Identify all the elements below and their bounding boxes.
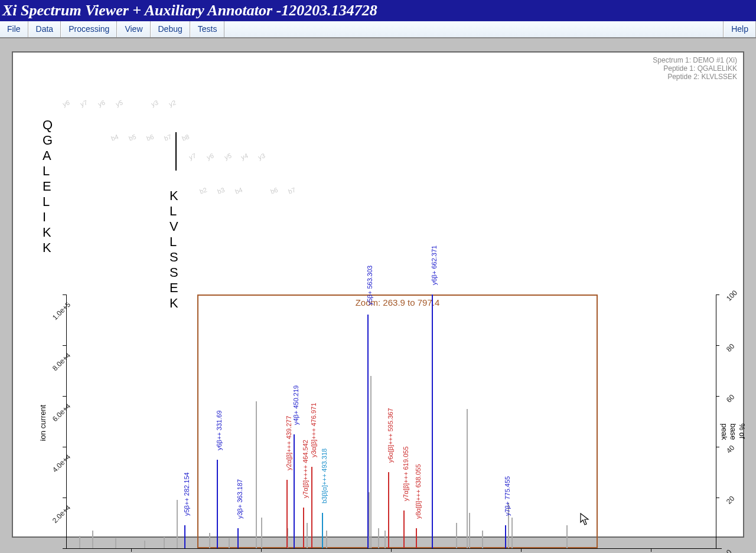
y-tick-right-label: 80 <box>725 342 736 354</box>
y-tick-left <box>63 345 66 346</box>
frag-b: b6 <box>269 186 279 195</box>
menu-processing[interactable]: Processing <box>61 21 117 37</box>
window-title: Xi Spectrum Viewer + Auxiliary Annotator… <box>0 0 756 21</box>
y-tick-left-label: 1.0e+5 <box>51 300 72 322</box>
frag-b: b3 <box>216 186 226 195</box>
frag-b: b5 <box>128 133 137 142</box>
y-tick-left-label: 2.0e+4 <box>51 503 72 525</box>
frag-y: y5 <box>115 99 123 107</box>
frag-y: y6 <box>97 99 106 107</box>
y-tick-right <box>716 498 719 498</box>
y-tick-left-label: 6.0e+4 <box>51 402 72 423</box>
y-tick-left-label: 8.0e+4 <box>51 351 72 372</box>
menu-help[interactable]: Help <box>724 21 756 37</box>
y-tick-right-label: 40 <box>725 444 736 455</box>
frag-y: y6 <box>206 152 214 161</box>
frag-b: b8 <box>181 133 190 142</box>
y-tick-right-label: 0 <box>725 548 734 553</box>
y-tick-left <box>63 548 66 549</box>
frag-y: y2 <box>168 99 177 107</box>
spectrum-plot[interactable]: m/z ion current % of base peak Zoom: 263… <box>31 241 739 553</box>
frag-b: b7 <box>287 186 296 195</box>
frag-y: y3 <box>257 152 266 161</box>
cursor-icon <box>580 513 589 526</box>
info-peptide2: Peptide 2: KLVLSSEK <box>653 73 737 81</box>
menu-file[interactable]: File <box>0 21 28 37</box>
crosslink-icon <box>175 132 177 171</box>
peptide1-seq: Q G A L E L I K K <box>43 117 54 256</box>
y-tick-left <box>63 498 66 498</box>
menu-data[interactable]: Data <box>28 21 61 37</box>
x-tick <box>521 548 522 552</box>
x-tick <box>651 548 651 552</box>
frag-b: b4 <box>110 133 119 142</box>
x-tick <box>391 548 392 552</box>
y-tick-left <box>63 447 66 447</box>
y-tick-right <box>716 447 719 447</box>
y-tick-left-label: 4.0e+4 <box>51 453 72 474</box>
frag-b: b4 <box>234 186 243 195</box>
frag-y: y6 <box>61 99 70 107</box>
frag-y: y4 <box>240 152 249 161</box>
frag-b: b6 <box>145 133 155 142</box>
ticks-layer: 20040060080010000.0e+02.0e+44.0e+46.0e+4… <box>31 241 739 553</box>
y-tick-right-label: 20 <box>725 495 736 506</box>
x-tick <box>131 548 132 552</box>
spectrum-info: Spectrum 1: DEMO #1 (Xi) Peptide 1: QGAL… <box>653 56 737 81</box>
x-tick <box>261 548 262 552</box>
menu-bar: File Data Processing View Debug Tests He… <box>0 21 756 38</box>
y-tick-right <box>716 396 719 397</box>
y-tick-right <box>716 345 719 346</box>
menu-debug[interactable]: Debug <box>151 21 190 37</box>
frag-y: y3 <box>150 99 159 107</box>
frag-y: y5 <box>223 152 232 161</box>
menu-view[interactable]: View <box>117 21 150 37</box>
frag-b: b2 <box>198 186 208 195</box>
spectrum-canvas[interactable]: Spectrum 1: DEMO #1 (Xi) Peptide 1: QGAL… <box>12 51 744 538</box>
frag-b: b7 <box>163 133 172 142</box>
info-spectrum: Spectrum 1: DEMO #1 (Xi) <box>653 56 737 64</box>
y-tick-left <box>63 295 66 295</box>
frag-y: y7 <box>188 152 197 161</box>
y-tick-right-label: 100 <box>725 289 739 303</box>
y-tick-right <box>716 295 719 295</box>
frag-y: y7 <box>79 99 88 107</box>
info-peptide1: Peptide 1: QGALELIKK <box>653 64 737 73</box>
menu-tests[interactable]: Tests <box>190 21 225 37</box>
y-tick-left <box>63 396 66 397</box>
y-tick-right-label: 60 <box>725 393 736 404</box>
y-tick-right <box>716 548 719 549</box>
